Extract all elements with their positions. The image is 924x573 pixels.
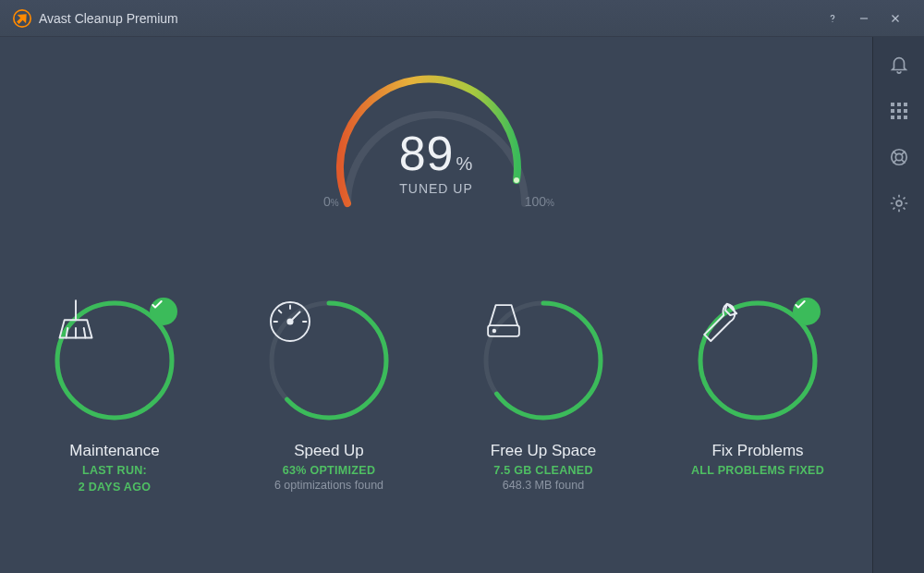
maintenance-card[interactable]: Maintenance LAST RUN: 2 DAYS AGO bbox=[36, 296, 193, 494]
card-status-line-1: 7.5 GB CLEANED bbox=[493, 464, 593, 477]
tuneup-gauge: 89% TUNED UP 0% 100% bbox=[316, 74, 556, 240]
check-icon bbox=[793, 298, 808, 312]
card-title: Fix Problems bbox=[711, 442, 803, 460]
svg-point-25 bbox=[493, 330, 496, 333]
speedup-card[interactable]: Speed Up 63% OPTIMIZED 6 optimizations f… bbox=[250, 296, 407, 494]
svg-point-2 bbox=[832, 20, 833, 21]
card-status-line-1: 63% OPTIMIZED bbox=[283, 464, 375, 477]
title-bar: Avast Cleanup Premium bbox=[0, 0, 924, 37]
support-button[interactable] bbox=[888, 146, 910, 168]
check-badge bbox=[793, 298, 821, 325]
bell-icon bbox=[889, 55, 909, 75]
check-badge bbox=[150, 298, 177, 325]
minimize-icon bbox=[857, 12, 870, 25]
avast-logo-icon bbox=[13, 9, 31, 28]
check-icon bbox=[150, 298, 164, 312]
category-cards: Maintenance LAST RUN: 2 DAYS AGO bbox=[0, 296, 872, 494]
gear-icon bbox=[889, 193, 909, 213]
gauge-caption: TUNED UP bbox=[316, 181, 556, 196]
apps-button[interactable] bbox=[888, 100, 910, 122]
wrench-icon bbox=[693, 296, 745, 347]
app-title: Avast Cleanup Premium bbox=[39, 11, 178, 26]
broom-icon bbox=[50, 296, 102, 347]
card-status-line-2: 6 optimizations found bbox=[274, 479, 383, 492]
card-status-line-1: ALL PROBLEMS FIXED bbox=[691, 464, 824, 477]
gauge-min-label: 0% bbox=[323, 194, 339, 209]
right-sidebar bbox=[872, 37, 924, 573]
card-status-line-1: LAST RUN: bbox=[82, 464, 147, 477]
svg-point-29 bbox=[895, 153, 902, 160]
card-title: Speed Up bbox=[294, 442, 364, 460]
card-status-line-2: 2 DAYS AGO bbox=[79, 481, 152, 494]
lifebuoy-icon bbox=[889, 147, 909, 167]
card-title: Free Up Space bbox=[491, 442, 596, 460]
notifications-button[interactable] bbox=[888, 54, 910, 76]
svg-line-21 bbox=[279, 311, 282, 313]
card-title: Maintenance bbox=[69, 442, 159, 460]
fixproblems-card[interactable]: Fix Problems ALL PROBLEMS FIXED bbox=[679, 296, 836, 494]
main-panel: 89% TUNED UP 0% 100% bbox=[0, 37, 872, 573]
gauge-max-label: 100% bbox=[525, 194, 554, 209]
apps-grid-icon bbox=[891, 103, 907, 119]
help-button[interactable] bbox=[817, 0, 848, 37]
close-button[interactable] bbox=[880, 0, 911, 37]
gauge-value: 89% bbox=[316, 126, 556, 181]
close-icon bbox=[889, 12, 902, 25]
card-status-line-2: 648.3 MB found bbox=[503, 479, 584, 492]
svg-line-10 bbox=[67, 328, 68, 338]
speedometer-icon bbox=[264, 296, 316, 347]
svg-point-34 bbox=[896, 201, 902, 206]
svg-point-17 bbox=[287, 319, 292, 323]
question-icon bbox=[826, 12, 839, 25]
hdd-icon bbox=[479, 296, 529, 346]
svg-line-12 bbox=[84, 328, 86, 338]
minimize-button[interactable] bbox=[848, 0, 880, 37]
settings-button[interactable] bbox=[888, 192, 910, 214]
freeup-card[interactable]: Free Up Space 7.5 GB CLEANED 648.3 MB fo… bbox=[465, 296, 622, 494]
